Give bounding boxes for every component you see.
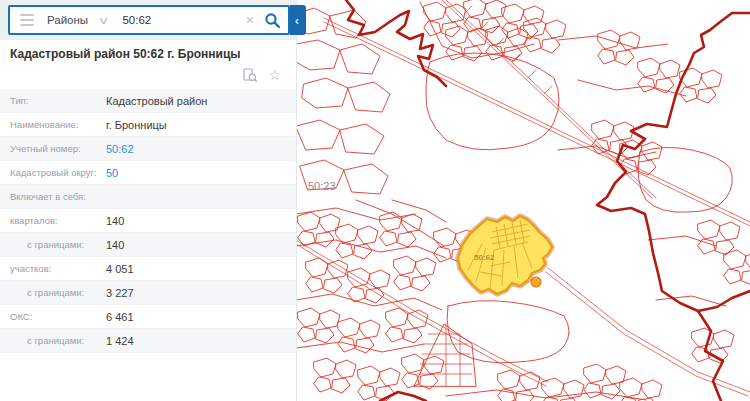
collapse-panel-button[interactable]: ‹ [290, 5, 306, 35]
row-label: с границами: [0, 335, 106, 346]
info-row: участков: 4 051 [0, 257, 296, 281]
selected-district-label: 50:62 [474, 253, 495, 262]
search-input[interactable]: 50:62 [122, 14, 245, 26]
page-title: Кадастровый район 50:62 г. Бронницы [0, 40, 296, 63]
clear-search-icon[interactable]: × [246, 13, 254, 27]
district-boundaries [346, 0, 750, 401]
row-value: 1 424 [106, 335, 134, 347]
row-label: Наименование: [0, 119, 106, 130]
row-label: ОКС: [0, 311, 106, 322]
search-button[interactable] [264, 12, 281, 29]
zoom-to-object-button[interactable] [243, 68, 257, 82]
row-label: Включает в себя: [0, 191, 106, 202]
row-value: 6 461 [106, 311, 134, 323]
row-label: Тип: [0, 95, 106, 106]
row-value: 140 [106, 215, 124, 227]
info-row: Учетный номер: 50:62 [0, 137, 296, 161]
search-category-dropdown[interactable]: Районы [47, 14, 88, 26]
info-panel: Районы ∨ 50:62 × Кадастровый район 50:62… [0, 0, 297, 401]
cadastral-map[interactable]: 50:62 50:23 [296, 0, 750, 401]
row-label: с границами: [0, 239, 106, 250]
info-row: с границами: 140 [0, 233, 296, 257]
info-row: с границами: 1 424 [0, 329, 296, 353]
row-label: с границами: [0, 287, 106, 298]
attributes-table: Тип: Кадастровый район Наименование: г. … [0, 89, 296, 353]
row-value: г. Бронницы [106, 119, 167, 131]
info-row: кварталов: 140 [0, 209, 296, 233]
selected-district[interactable]: 50:62 [458, 216, 552, 294]
info-row: Кадастровый округ: 50 [0, 161, 296, 185]
info-row: ОКС: 6 461 [0, 305, 296, 329]
row-label: кварталов: [0, 215, 106, 226]
row-value: 4 051 [106, 263, 134, 275]
object-actions: ☆ [0, 63, 296, 87]
registry-number-link[interactable]: 50:62 [106, 143, 134, 155]
row-label: Учетный номер: [0, 143, 106, 154]
search-toolbar: Районы ∨ 50:62 × [0, 0, 296, 40]
zoom-to-object-icon [243, 68, 257, 82]
row-label: участков: [0, 263, 106, 274]
cadastral-okrug-link[interactable]: 50 [106, 167, 118, 179]
info-row: Включает в себя: [0, 185, 296, 209]
search-bar: Районы ∨ 50:62 × [8, 5, 290, 35]
info-row: с границами: 3 227 [0, 281, 296, 305]
row-label: Кадастровый округ: [0, 167, 106, 178]
info-row: Тип: Кадастровый район [0, 89, 296, 113]
row-value: 3 227 [106, 287, 134, 299]
map-canvas[interactable]: 50:62 50:23 [296, 0, 750, 401]
district-marker[interactable] [531, 277, 541, 287]
favorite-star-icon[interactable]: ☆ [268, 68, 281, 82]
menu-icon[interactable] [20, 14, 34, 26]
info-row: Наименование: г. Бронницы [0, 113, 296, 137]
chevron-left-icon: ‹ [295, 13, 299, 28]
row-value: 140 [106, 239, 124, 251]
parcel-network [296, 0, 750, 401]
neighbor-district-label: 50:23 [308, 180, 336, 192]
row-value: Кадастровый район [106, 95, 207, 107]
search-icon [264, 12, 281, 29]
chevron-down-icon[interactable]: ∨ [98, 15, 110, 26]
